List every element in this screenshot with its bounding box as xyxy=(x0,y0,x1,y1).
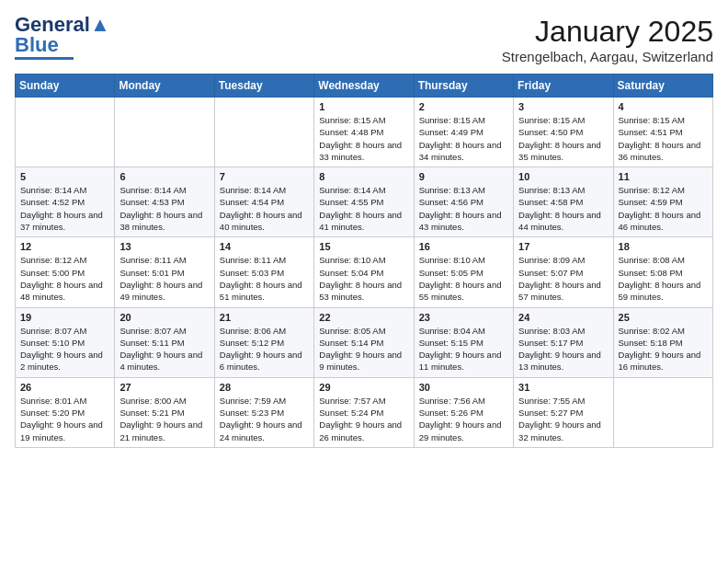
calendar-cell: 5Sunrise: 8:14 AMSunset: 4:52 PMDaylight… xyxy=(16,167,115,237)
calendar-cell: 25Sunrise: 8:02 AMSunset: 5:18 PMDayligh… xyxy=(613,307,712,377)
cell-sun-info: Sunrise: 8:00 AMSunset: 5:21 PMDaylight:… xyxy=(119,395,209,443)
cell-sun-info: Sunrise: 8:15 AMSunset: 4:49 PMDaylight:… xyxy=(419,114,508,163)
calendar-cell: 31Sunrise: 7:55 AMSunset: 5:27 PMDayligh… xyxy=(514,377,613,447)
day-number: 6 xyxy=(119,171,209,182)
cell-sun-info: Sunrise: 8:05 AMSunset: 5:14 PMDaylight:… xyxy=(319,325,408,373)
calendar-cell: 14Sunrise: 8:11 AMSunset: 5:03 PMDayligh… xyxy=(214,237,313,307)
calendar-cell: 28Sunrise: 7:59 AMSunset: 5:23 PMDayligh… xyxy=(214,377,313,447)
cell-sun-info: Sunrise: 8:15 AMSunset: 4:51 PMDaylight:… xyxy=(619,114,708,163)
day-number: 5 xyxy=(20,171,109,182)
cell-sun-info: Sunrise: 8:10 AMSunset: 5:04 PMDaylight:… xyxy=(319,254,408,303)
calendar-week-row: 5Sunrise: 8:14 AMSunset: 4:52 PMDaylight… xyxy=(16,167,713,237)
day-number: 23 xyxy=(419,312,508,323)
calendar-cell: 21Sunrise: 8:06 AMSunset: 5:12 PMDayligh… xyxy=(214,307,313,377)
day-number: 17 xyxy=(518,241,608,252)
calendar-cell: 18Sunrise: 8:08 AMSunset: 5:08 PMDayligh… xyxy=(613,237,712,307)
logo-underline xyxy=(15,57,74,60)
cell-sun-info: Sunrise: 8:03 AMSunset: 5:17 PMDaylight:… xyxy=(518,325,608,373)
location: Strengelbach, Aargau, Switzerland xyxy=(502,49,713,64)
calendar-cell: 22Sunrise: 8:05 AMSunset: 5:14 PMDayligh… xyxy=(314,307,414,377)
calendar-cell: 8Sunrise: 8:14 AMSunset: 4:55 PMDaylight… xyxy=(314,167,414,237)
day-number: 10 xyxy=(518,171,608,182)
calendar-cell: 29Sunrise: 7:57 AMSunset: 5:24 PMDayligh… xyxy=(314,377,414,447)
calendar-cell: 15Sunrise: 8:10 AMSunset: 5:04 PMDayligh… xyxy=(314,237,414,307)
day-number: 14 xyxy=(220,241,309,252)
page-header: General▲Blue January 2025 Strengelbach, … xyxy=(15,15,713,64)
cell-sun-info: Sunrise: 8:12 AMSunset: 5:00 PMDaylight:… xyxy=(20,254,109,303)
day-number: 19 xyxy=(20,312,109,323)
cell-sun-info: Sunrise: 8:07 AMSunset: 5:11 PMDaylight:… xyxy=(119,325,209,373)
calendar-cell: 9Sunrise: 8:13 AMSunset: 4:56 PMDaylight… xyxy=(414,167,513,237)
calendar-cell: 16Sunrise: 8:10 AMSunset: 5:05 PMDayligh… xyxy=(414,237,513,307)
calendar-week-row: 1Sunrise: 8:15 AMSunset: 4:48 PMDaylight… xyxy=(16,98,713,167)
calendar-cell: 6Sunrise: 8:14 AMSunset: 4:53 PMDaylight… xyxy=(115,167,214,237)
day-number: 1 xyxy=(319,101,408,112)
cell-sun-info: Sunrise: 8:06 AMSunset: 5:12 PMDaylight:… xyxy=(220,325,309,373)
day-number: 15 xyxy=(319,241,408,252)
calendar-cell xyxy=(613,377,712,447)
cell-sun-info: Sunrise: 8:14 AMSunset: 4:53 PMDaylight:… xyxy=(119,184,209,233)
day-number: 9 xyxy=(419,171,508,182)
calendar-cell xyxy=(16,98,115,167)
cell-sun-info: Sunrise: 8:08 AMSunset: 5:08 PMDaylight:… xyxy=(619,254,708,303)
cell-sun-info: Sunrise: 7:59 AMSunset: 5:23 PMDaylight:… xyxy=(220,395,309,443)
weekday-header: Wednesday xyxy=(314,75,414,98)
cell-sun-info: Sunrise: 8:01 AMSunset: 5:20 PMDaylight:… xyxy=(20,395,109,443)
calendar-cell: 13Sunrise: 8:11 AMSunset: 5:01 PMDayligh… xyxy=(115,237,214,307)
calendar-cell: 11Sunrise: 8:12 AMSunset: 4:59 PMDayligh… xyxy=(613,167,712,237)
calendar-cell: 12Sunrise: 8:12 AMSunset: 5:00 PMDayligh… xyxy=(16,237,115,307)
day-number: 18 xyxy=(619,241,708,252)
weekday-header: Sunday xyxy=(16,75,115,98)
cell-sun-info: Sunrise: 8:02 AMSunset: 5:18 PMDaylight:… xyxy=(619,325,708,373)
calendar-cell xyxy=(214,98,313,167)
day-number: 24 xyxy=(518,312,608,323)
cell-sun-info: Sunrise: 8:13 AMSunset: 4:56 PMDaylight:… xyxy=(419,184,508,233)
month-title: January 2025 xyxy=(502,15,713,49)
logo-text: General▲Blue xyxy=(15,15,110,55)
day-number: 16 xyxy=(419,241,508,252)
day-number: 7 xyxy=(220,171,309,182)
cell-sun-info: Sunrise: 8:07 AMSunset: 5:10 PMDaylight:… xyxy=(20,325,109,373)
day-number: 12 xyxy=(20,241,109,252)
calendar-cell: 4Sunrise: 8:15 AMSunset: 4:51 PMDaylight… xyxy=(613,98,712,167)
cell-sun-info: Sunrise: 8:14 AMSunset: 4:55 PMDaylight:… xyxy=(319,184,408,233)
calendar-week-row: 12Sunrise: 8:12 AMSunset: 5:00 PMDayligh… xyxy=(16,237,713,307)
cell-sun-info: Sunrise: 8:13 AMSunset: 4:58 PMDaylight:… xyxy=(518,184,608,233)
calendar-cell: 1Sunrise: 8:15 AMSunset: 4:48 PMDaylight… xyxy=(314,98,414,167)
calendar-cell: 26Sunrise: 8:01 AMSunset: 5:20 PMDayligh… xyxy=(16,377,115,447)
day-number: 30 xyxy=(419,382,508,393)
calendar-cell: 10Sunrise: 8:13 AMSunset: 4:58 PMDayligh… xyxy=(514,167,613,237)
calendar-week-row: 19Sunrise: 8:07 AMSunset: 5:10 PMDayligh… xyxy=(16,307,713,377)
cell-sun-info: Sunrise: 8:11 AMSunset: 5:03 PMDaylight:… xyxy=(220,254,309,303)
weekday-header: Monday xyxy=(115,75,214,98)
weekday-header: Thursday xyxy=(414,75,513,98)
day-number: 13 xyxy=(119,241,209,252)
calendar-cell: 17Sunrise: 8:09 AMSunset: 5:07 PMDayligh… xyxy=(514,237,613,307)
cell-sun-info: Sunrise: 8:12 AMSunset: 4:59 PMDaylight:… xyxy=(619,184,708,233)
day-number: 20 xyxy=(119,312,209,323)
title-block: January 2025 Strengelbach, Aargau, Switz… xyxy=(502,15,713,64)
day-number: 28 xyxy=(220,382,309,393)
day-number: 29 xyxy=(319,382,408,393)
cell-sun-info: Sunrise: 7:56 AMSunset: 5:26 PMDaylight:… xyxy=(419,395,508,443)
calendar-table: SundayMondayTuesdayWednesdayThursdayFrid… xyxy=(15,74,713,448)
day-number: 27 xyxy=(119,382,209,393)
weekday-header-row: SundayMondayTuesdayWednesdayThursdayFrid… xyxy=(16,75,713,98)
day-number: 22 xyxy=(319,312,408,323)
weekday-header: Saturday xyxy=(613,75,712,98)
cell-sun-info: Sunrise: 8:14 AMSunset: 4:54 PMDaylight:… xyxy=(220,184,309,233)
weekday-header: Tuesday xyxy=(214,75,313,98)
calendar-cell: 27Sunrise: 8:00 AMSunset: 5:21 PMDayligh… xyxy=(115,377,214,447)
day-number: 21 xyxy=(220,312,309,323)
cell-sun-info: Sunrise: 8:14 AMSunset: 4:52 PMDaylight:… xyxy=(20,184,109,233)
calendar-cell: 3Sunrise: 8:15 AMSunset: 4:50 PMDaylight… xyxy=(514,98,613,167)
calendar-cell xyxy=(115,98,214,167)
cell-sun-info: Sunrise: 8:11 AMSunset: 5:01 PMDaylight:… xyxy=(119,254,209,303)
weekday-header: Friday xyxy=(514,75,613,98)
day-number: 25 xyxy=(619,312,708,323)
cell-sun-info: Sunrise: 8:15 AMSunset: 4:50 PMDaylight:… xyxy=(518,114,608,163)
day-number: 3 xyxy=(518,101,608,112)
day-number: 2 xyxy=(419,101,508,112)
cell-sun-info: Sunrise: 8:15 AMSunset: 4:48 PMDaylight:… xyxy=(319,114,408,163)
cell-sun-info: Sunrise: 8:09 AMSunset: 5:07 PMDaylight:… xyxy=(518,254,608,303)
